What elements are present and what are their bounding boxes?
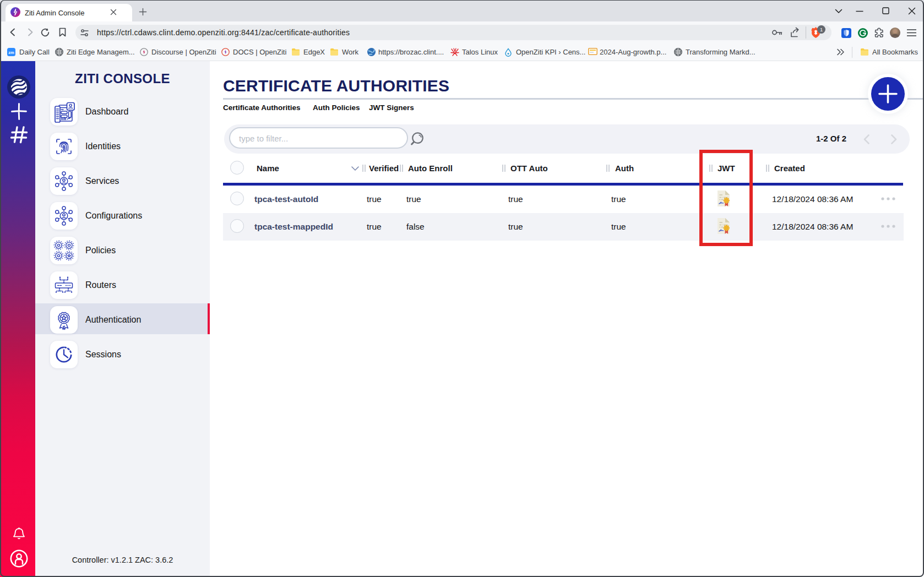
svg-text:1: 1 [820,27,823,32]
svg-text:zm: zm [8,50,14,55]
